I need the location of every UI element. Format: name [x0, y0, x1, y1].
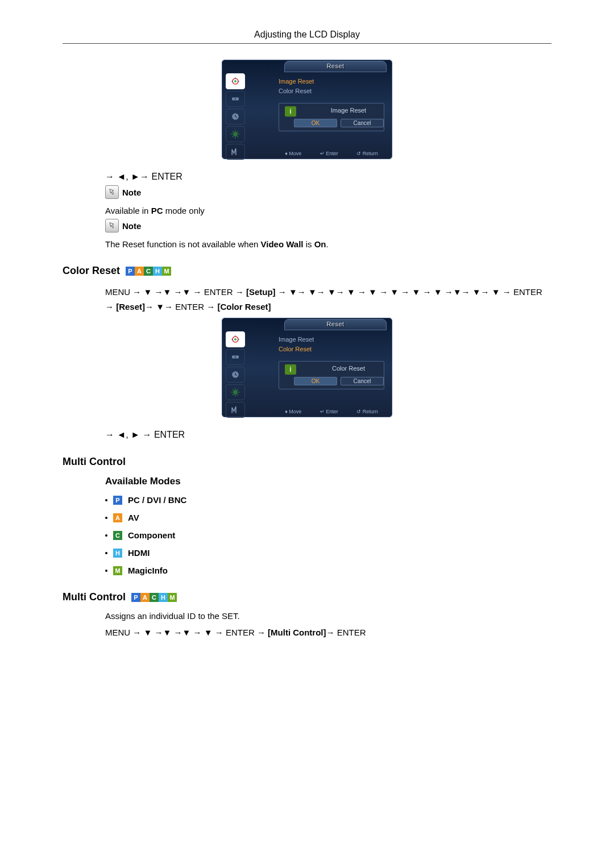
osd-cancel-button: Cancel — [341, 377, 384, 385]
osd-menu-list: Image Reset Color Reset — [279, 77, 314, 96]
osd-ok-button: OK — [294, 377, 337, 385]
osd-menu-item: Image Reset — [279, 335, 314, 344]
heading-multi-control-2: Multi Control PACHM — [63, 591, 551, 603]
navigation-sequence: → ◄, ►→ ENTER — [105, 172, 551, 182]
heading-color-reset: Color Reset PACHM — [63, 265, 551, 277]
note-icon — [105, 185, 119, 199]
osd-confirm-dialog: i Image Reset OK Cancel — [279, 103, 384, 131]
note-text: The Reset function is not available when… — [105, 239, 551, 249]
list-item: PPC / DVI / BNC — [105, 495, 551, 505]
osd-footer-hints: ♦ Move ↵ Enter ↺ Return — [279, 408, 384, 416]
osd-menu-item: Image Reset — [279, 77, 314, 86]
svg-point-1 — [234, 80, 237, 82]
mode-badges: PACHM — [131, 593, 177, 602]
mode-badges: PACHM — [126, 267, 171, 276]
osd-icon-setup — [226, 126, 245, 142]
osd-screenshot-color-reset: Reset Image Reset Color Reset i Colo — [222, 318, 392, 417]
mode-badge-a: A — [113, 513, 122, 522]
info-icon: i — [285, 364, 296, 375]
osd-icon-setup — [226, 384, 245, 400]
osd-icon-time — [226, 367, 245, 383]
osd-footer-hints: ♦ Move ↵ Enter ↺ Return — [279, 149, 384, 157]
info-icon: i — [285, 106, 296, 117]
svg-point-5 — [233, 132, 238, 136]
svg-point-9 — [235, 356, 237, 358]
list-item: AAV — [105, 513, 551, 522]
osd-icon-input — [226, 349, 245, 365]
available-modes-list: PPC / DVI / BNC AAV CComponent HHDMI MMa… — [105, 495, 551, 575]
note-text: Available in PC mode only — [105, 206, 551, 215]
list-item: CComponent — [105, 530, 551, 540]
note-icon — [105, 219, 119, 232]
osd-icon-multi — [226, 402, 245, 418]
mode-badge-c: C — [113, 531, 122, 540]
svg-point-7 — [234, 338, 237, 340]
osd-icon-picture — [226, 73, 245, 89]
osd-icon-multi — [226, 144, 245, 160]
osd-icon-picture — [226, 331, 245, 347]
mode-badge-p: P — [113, 496, 122, 505]
svg-point-11 — [233, 390, 238, 394]
osd-dialog-label: Color Reset — [313, 365, 384, 372]
osd-tab-title: Reset — [284, 61, 387, 72]
menu-flow-color-reset: MENU → ▼ →▼ →▼ → ENTER → [Setup] → ▼→ ▼→… — [63, 285, 551, 314]
note-label: Note — [122, 188, 141, 197]
osd-screenshot-image-reset: Reset Image Reset Color Reset i Imag — [222, 60, 392, 159]
osd-menu-list: Image Reset Color Reset — [279, 335, 314, 354]
svg-point-3 — [235, 98, 237, 100]
osd-icon-time — [226, 109, 245, 124]
mode-badge-h: H — [113, 549, 122, 558]
note-label: Note — [122, 221, 141, 231]
multi-control-description: Assigns an individual ID to the SET. — [105, 611, 551, 621]
osd-menu-item: Color Reset — [279, 344, 314, 354]
osd-dialog-label: Image Reset — [313, 107, 384, 114]
osd-icon-input — [226, 91, 245, 107]
osd-tab-title: Reset — [284, 319, 387, 330]
page-title: Adjusting the LCD Display — [63, 30, 551, 44]
list-item: MMagicInfo — [105, 566, 551, 575]
mode-badge-m: M — [113, 566, 122, 575]
heading-multi-control: Multi Control — [63, 456, 551, 468]
osd-menu-item: Color Reset — [279, 86, 314, 96]
menu-flow-multi-control: MENU → ▼ →▼ →▼ → ▼ → ENTER → [Multi Cont… — [105, 628, 551, 637]
osd-ok-button: OK — [294, 119, 337, 127]
osd-confirm-dialog: i Color Reset OK Cancel — [279, 361, 384, 389]
heading-available-modes: Available Modes — [105, 476, 551, 487]
osd-cancel-button: Cancel — [341, 119, 384, 127]
navigation-sequence: → ◄, ► → ENTER — [105, 430, 551, 440]
list-item: HHDMI — [105, 548, 551, 558]
